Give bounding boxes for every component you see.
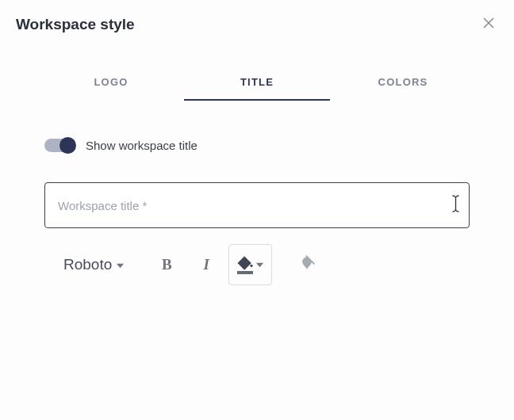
font-picker[interactable]: Roboto [56,251,132,278]
close-button[interactable] [481,17,497,32]
tab-colors[interactable]: COLORS [330,68,476,101]
font-name: Roboto [63,256,112,273]
tab-logo[interactable]: LOGO [38,68,184,101]
italic-icon: I [204,256,209,273]
close-icon [482,17,495,32]
format-clear-icon [299,255,315,274]
title-input-wrap [44,182,470,228]
toggle-knob [59,137,76,154]
fill-color-button[interactable] [228,244,272,285]
workspace-style-dialog: Workspace style LOGO TITLE COLORS Show w… [0,0,514,420]
italic-button[interactable]: I [189,247,224,282]
svg-point-3 [251,264,253,266]
workspace-title-input[interactable] [44,182,470,228]
tab-title[interactable]: TITLE [184,68,330,101]
svg-marker-2 [117,264,124,268]
paint-bucket-icon [237,256,253,274]
svg-marker-4 [256,263,263,267]
show-title-label: Show workspace title [86,139,198,152]
fill-color-swatch [237,271,253,274]
title-panel: Show workspace title Roboto B [0,101,514,285]
tabs: LOGO TITLE COLORS [0,68,514,101]
clear-format-button[interactable] [290,247,324,282]
dialog-header: Workspace style [0,0,514,40]
format-toolbar: Roboto B I [44,244,470,285]
bold-icon: B [162,256,172,273]
show-title-row: Show workspace title [44,139,470,152]
chevron-down-icon [256,258,263,272]
show-title-toggle[interactable] [44,139,75,152]
chevron-down-icon [117,256,124,273]
dialog-title: Workspace style [16,16,135,33]
bold-button[interactable]: B [149,247,184,282]
